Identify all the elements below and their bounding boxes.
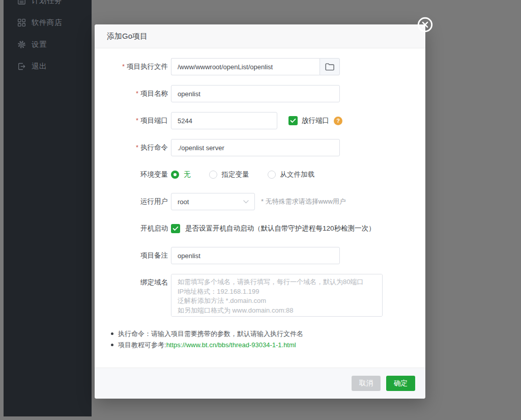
- sidebar-item-label: 计划任务: [32, 0, 62, 6]
- autostart-label: 开机启动: [95, 220, 171, 237]
- form-row-domain: 绑定域名: [95, 274, 425, 317]
- confirm-button[interactable]: 确定: [386, 376, 415, 391]
- remark-input[interactable]: [171, 247, 340, 264]
- close-button[interactable]: [417, 16, 433, 33]
- form-row-command: *执行命令: [95, 139, 425, 156]
- form-row-name: *项目名称: [95, 85, 425, 102]
- tip-tutorial: 项目教程可参考:https://www.bt.cn/bbs/thread-930…: [111, 340, 425, 351]
- port-label: *项目端口: [95, 112, 171, 129]
- exec-file-label: *项目执行文件: [95, 58, 171, 75]
- sidebar-item-label: 设置: [32, 40, 47, 49]
- sidebar-nav: 计划任务 软件商店: [4, 0, 92, 77]
- radio-unchecked-icon: [268, 171, 276, 179]
- form-row-port: *项目端口 放行端口 ?: [95, 112, 425, 129]
- run-user-label: 运行用户: [95, 193, 171, 210]
- run-user-select[interactable]: root: [171, 193, 255, 210]
- form-row-run-user: 运行用户 root * 无特殊需求请选择www用户: [95, 193, 425, 210]
- modal-title: 添加Go项目: [107, 32, 148, 41]
- sidebar-item-settings[interactable]: 设置: [4, 34, 92, 55]
- modal-header: 添加Go项目: [95, 24, 425, 48]
- release-port-checkbox[interactable]: [288, 116, 298, 125]
- command-input[interactable]: [171, 139, 340, 156]
- gear-icon: [17, 40, 26, 49]
- close-icon: [417, 16, 433, 33]
- chevron-down-icon: [243, 200, 249, 204]
- check-icon: [290, 118, 296, 123]
- sidebar: 计划任务 软件商店: [4, 0, 92, 416]
- name-label: *项目名称: [95, 85, 171, 102]
- calendar-icon: [17, 0, 26, 5]
- help-icon[interactable]: ?: [334, 117, 342, 125]
- form-row-exec-file: *项目执行文件: [95, 58, 425, 75]
- form-row-autostart: 开机启动 是否设置开机自动启动（默认自带守护进程每120秒检测一次）: [95, 220, 425, 237]
- required-asterisk: *: [122, 63, 125, 70]
- check-icon: [172, 226, 179, 231]
- sidebar-item-cron[interactable]: 计划任务: [4, 0, 92, 12]
- tip-command: 执行命令：请输入项目需要携带的参数，默认请输入执行文件名: [111, 328, 425, 340]
- sidebar-item-app-store[interactable]: 软件商店: [4, 12, 92, 34]
- apps-icon: [17, 18, 26, 27]
- exec-file-input[interactable]: [171, 58, 320, 75]
- add-go-project-modal: 添加Go项目 *项目执行文件: [95, 24, 425, 399]
- autostart-checkbox[interactable]: [171, 224, 180, 233]
- command-label: *执行命令: [95, 139, 171, 156]
- env-radio-specify[interactable]: 指定变量: [209, 166, 249, 183]
- radio-unchecked-icon: [209, 171, 217, 179]
- folder-icon: [325, 63, 334, 71]
- modal-body: *项目执行文件 *项目名称: [95, 48, 425, 368]
- autostart-text: 是否设置开机自动启动（默认自带守护进程每120秒检测一次）: [185, 224, 375, 233]
- logout-icon: [17, 62, 26, 71]
- desktop-background: 计划任务 软件商店: [0, 0, 521, 420]
- tips-list: 执行命令：请输入项目需要携带的参数，默认请输入执行文件名 项目教程可参考:htt…: [111, 328, 425, 350]
- remark-label: 项目备注: [95, 247, 171, 264]
- required-asterisk: *: [136, 90, 138, 97]
- required-asterisk: *: [136, 117, 138, 124]
- env-radio-none[interactable]: 无: [171, 166, 191, 183]
- env-radio-from-file[interactable]: 从文件加载: [268, 166, 315, 183]
- name-input[interactable]: [171, 85, 340, 102]
- browse-file-button[interactable]: [320, 58, 340, 75]
- run-user-note: * 无特殊需求请选择www用户: [261, 193, 346, 210]
- release-port-label: 放行端口: [302, 116, 329, 125]
- domain-label: 绑定域名: [95, 274, 171, 291]
- radio-checked-icon: [171, 171, 179, 179]
- port-input[interactable]: [171, 112, 277, 129]
- sidebar-item-label: 退出: [32, 62, 47, 71]
- form-row-env: 环境变量 无 指定变量 从文件加载: [95, 166, 425, 183]
- sidebar-item-logout[interactable]: 退出: [4, 55, 92, 77]
- env-label: 环境变量: [95, 166, 171, 183]
- run-user-selected-value: root: [178, 198, 189, 206]
- tutorial-link[interactable]: https://www.bt.cn/bbs/thread-93034-1-1.h…: [166, 341, 296, 349]
- cancel-button[interactable]: 取消: [352, 376, 381, 391]
- domain-textarea[interactable]: [171, 274, 383, 317]
- modal-footer: 取消 确定: [95, 368, 425, 399]
- sidebar-item-label: 软件商店: [32, 18, 62, 27]
- form-row-remark: 项目备注: [95, 247, 425, 264]
- required-asterisk: *: [136, 144, 138, 151]
